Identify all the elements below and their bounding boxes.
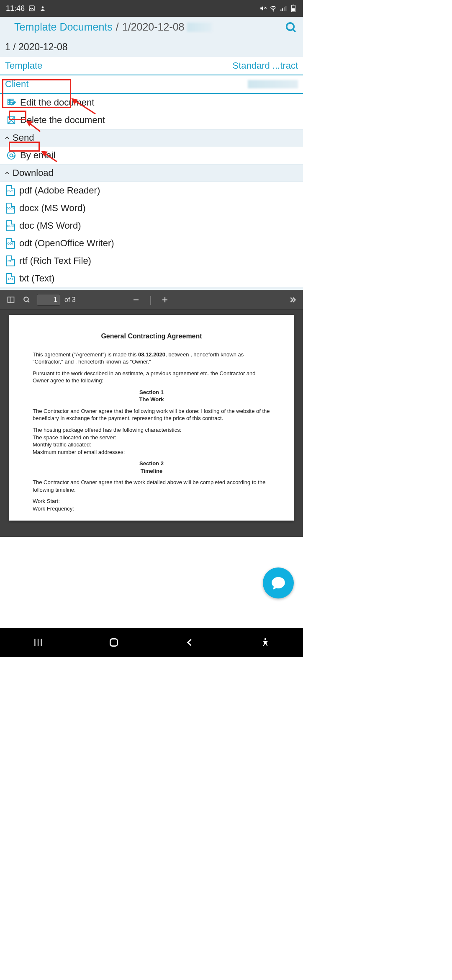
back-button[interactable]: [183, 636, 196, 649]
dl-label: odt (OpenOffice Writer): [19, 238, 114, 249]
download-title: Download: [13, 168, 54, 178]
txt-file-icon: TXT: [6, 273, 15, 284]
doc-file-icon: DOC: [6, 220, 15, 231]
edit-document-button[interactable]: Edit the document: [0, 94, 303, 111]
download-doc-button[interactable]: DOC doc (MS Word): [0, 217, 303, 235]
field-label: Template: [5, 60, 42, 71]
svg-rect-10: [293, 5, 294, 5]
svg-rect-7: [284, 7, 285, 11]
home-button[interactable]: [107, 636, 121, 649]
chat-bubble-icon: [270, 575, 286, 591]
send-by-email-button[interactable]: By email: [0, 147, 303, 164]
doc-p3: The Contractor and Owner agree that the …: [33, 407, 270, 422]
zoom-in-button[interactable]: [159, 294, 171, 306]
doc-p6: Monthly traffic allocated:: [33, 441, 270, 449]
svg-rect-20: [8, 297, 14, 302]
accessibility-button[interactable]: [259, 636, 272, 649]
zoom-out-button[interactable]: [130, 294, 142, 306]
battery-icon: [290, 5, 297, 12]
breadcrumb-home-link[interactable]: Template Documents: [14, 21, 113, 33]
odt-file-icon: ODT: [6, 238, 15, 249]
svg-point-37: [264, 638, 266, 640]
delete-document-button[interactable]: Delete the document: [0, 111, 303, 129]
page-number-input[interactable]: [37, 294, 60, 306]
dl-label: txt (Text): [19, 273, 54, 284]
doc-p9: Work Start:: [33, 498, 270, 505]
delete-label: Delete the document: [20, 115, 105, 126]
doc-p8: The Contractor and Owner agree that the …: [33, 479, 270, 493]
download-rtf-button[interactable]: RTF rtf (Rich Text File): [0, 252, 303, 270]
svg-rect-5: [280, 10, 281, 11]
svg-rect-36: [110, 639, 117, 646]
download-section-header[interactable]: Download: [0, 164, 303, 182]
svg-point-4: [273, 10, 274, 11]
signal-icon: [280, 5, 287, 12]
svg-rect-6: [282, 8, 283, 11]
dl-label: pdf (Adobe Reader): [19, 185, 100, 196]
svg-point-22: [24, 297, 28, 302]
edit-icon: [6, 97, 17, 108]
dl-label: rtf (Rich Text File): [19, 255, 91, 266]
status-bar: 11:46: [0, 0, 303, 17]
svg-line-13: [293, 29, 295, 32]
edit-label: Edit the document: [20, 97, 94, 108]
svg-point-1: [42, 6, 44, 8]
svg-point-18: [8, 152, 15, 159]
pdf-file-icon: PDF: [6, 185, 15, 196]
download-pdf-button[interactable]: PDF pdf (Adobe Reader): [0, 182, 303, 199]
doc-section-2-head: Section 2Timeline: [33, 460, 270, 475]
doc-section-1-head: Section 1The Work: [33, 389, 270, 403]
mute-vibrate-icon: [259, 5, 267, 12]
field-template[interactable]: Template Standard ...tract: [0, 57, 303, 75]
doc-p4: The hosting package offered has the foll…: [33, 426, 270, 434]
download-odt-button[interactable]: ODT odt (OpenOffice Writer): [0, 235, 303, 252]
dl-label: docx (MS Word): [19, 203, 86, 214]
wifi-icon: [270, 5, 277, 12]
chevron-up-icon: [3, 169, 11, 177]
field-client[interactable]: Client: [0, 75, 303, 94]
doc-p5: The space allocated on the server:: [33, 434, 270, 441]
field-value: Standard ...tract: [232, 60, 298, 71]
zoom-separator: |: [149, 294, 152, 305]
svg-rect-8: [285, 6, 286, 11]
by-email-label: By email: [20, 150, 55, 161]
pdf-viewer: of 3 | General Contracting Agreement Thi…: [0, 290, 303, 537]
at-sign-icon: [6, 150, 17, 161]
download-txt-button[interactable]: TXT txt (Text): [0, 270, 303, 287]
chat-fab-button[interactable]: [263, 567, 294, 598]
doc-title: General Contracting Agreement: [33, 332, 270, 341]
dl-label: doc (MS Word): [19, 220, 81, 231]
viewer-toolbar: of 3 |: [0, 290, 303, 310]
more-tools-button[interactable]: [286, 294, 298, 306]
doc-p7: Maximum number of email addresses:: [33, 449, 270, 456]
download-docx-button[interactable]: DOCX docx (MS Word): [0, 199, 303, 217]
page-title: 1 / 2020-12-08: [0, 38, 303, 57]
breadcrumb-sep: /: [116, 21, 119, 33]
android-navbar: [0, 628, 303, 657]
svg-line-23: [28, 301, 29, 302]
field-value-redacted: [248, 80, 298, 88]
sidebar-toggle-icon[interactable]: [5, 294, 17, 306]
field-label: Client: [5, 79, 28, 90]
send-title: Send: [13, 132, 34, 143]
svg-point-19: [10, 154, 13, 157]
breadcrumb-redacted: [187, 23, 212, 32]
status-time: 11:46: [6, 4, 25, 13]
search-button[interactable]: [284, 20, 299, 35]
svg-rect-11: [292, 8, 295, 11]
user-icon: [39, 5, 46, 12]
send-section-header[interactable]: Send: [0, 129, 303, 147]
doc-p1: This agreement ("Agreement") is made thi…: [33, 351, 270, 366]
viewer-search-icon[interactable]: [21, 294, 33, 306]
gallery-icon: [28, 5, 36, 12]
document-preview-page[interactable]: General Contracting Agreement This agree…: [9, 315, 294, 521]
svg-point-12: [287, 23, 294, 31]
breadcrumb-current: 1/2020-12-08: [122, 21, 185, 33]
doc-p2: Pursuant to the work described in an est…: [33, 370, 270, 384]
delete-icon: [6, 115, 17, 126]
docx-file-icon: DOCX: [6, 203, 15, 214]
breadcrumb: Template Documents / 1/2020-12-08: [0, 17, 303, 38]
chevron-up-icon: [3, 134, 11, 142]
recents-button[interactable]: [31, 636, 45, 649]
page-total-label: of 3: [64, 296, 76, 304]
